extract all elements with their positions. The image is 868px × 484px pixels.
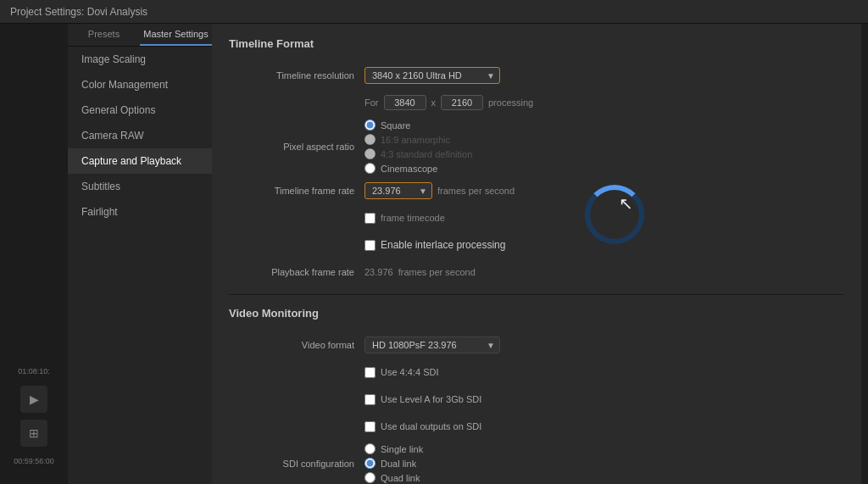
processing-label: processing	[488, 97, 533, 108]
video-monitoring-title: Video Monitoring	[229, 307, 844, 323]
checkbox-444-content: Use 4:4:4 SDI	[364, 367, 844, 378]
loading-spinner	[585, 185, 644, 244]
radio-single-link-input[interactable]	[364, 443, 376, 454]
frame-rate-dropdown-wrapper: 23.976 ▼	[364, 182, 432, 199]
timecode-bottom: 00:59:56:00	[14, 453, 54, 469]
pixel-aspect-radio-group: Square 16:9 anamorphic 4:3 standard defi…	[364, 120, 472, 174]
height-input[interactable]	[441, 95, 483, 110]
resolution-dropdown-wrapper: 3840 x 2160 Ultra HD ▼	[364, 67, 500, 84]
radio-square-input[interactable]	[364, 120, 376, 131]
tab-presets[interactable]: Presets	[68, 24, 140, 46]
radio-single-link: Single link	[364, 443, 423, 454]
video-format-label: Video format	[229, 340, 364, 350]
radio-43-input[interactable]	[364, 148, 376, 159]
checkbox-levela-row: Use Level A for 3Gb SDI	[229, 389, 844, 409]
sdi-config-content: Single link Dual link Quad link	[364, 443, 844, 483]
nav-color-management[interactable]: Color Management	[68, 72, 212, 97]
radio-169: 16:9 anamorphic	[364, 134, 472, 145]
frames-per-second-label: frames per second	[437, 186, 515, 196]
video-format-dropdown-wrapper: HD 1080PsF 23.976 ▼	[364, 337, 500, 353]
radio-quad-link-input[interactable]	[364, 472, 376, 483]
playback-fps-label: frames per second	[398, 267, 476, 277]
scrollbar[interactable]	[861, 24, 868, 484]
video-format-row: Video format HD 1080PsF 23.976 ▼	[229, 335, 844, 355]
clip-icon[interactable]: ⊞	[20, 420, 47, 447]
resolution-label: Timeline resolution	[229, 70, 364, 81]
radio-dual-link-label: Dual link	[381, 459, 416, 469]
interlace-text: Enable interlace processing	[381, 239, 505, 251]
timecode-top: 01:08:10:	[18, 364, 50, 379]
radio-cinemascope: Cinemascope	[364, 163, 472, 174]
nav-capture-playback[interactable]: Capture and Playback	[68, 148, 212, 174]
width-input[interactable]	[384, 95, 426, 110]
playback-rate-label: Playback frame rate	[229, 267, 364, 277]
frame-rate-label: Timeline frame rate	[229, 186, 364, 196]
pixel-aspect-row: Pixel aspect ratio Square 16:9 anamorphi…	[229, 120, 844, 174]
pixel-aspect-label: Pixel aspect ratio	[229, 142, 364, 152]
playback-rate-value: 23.976	[364, 267, 393, 277]
resolution-dropdown[interactable]: 3840 x 2160 Ultra HD	[364, 67, 500, 84]
radio-dual-link-input[interactable]	[364, 458, 376, 469]
title-bar-text: Project Settings: Dovi Analysis	[10, 6, 147, 18]
video-format-content: HD 1080PsF 23.976 ▼	[364, 337, 844, 353]
radio-43-label: 4:3 standard definition	[381, 149, 472, 159]
sdi-config-row: SDI configuration Single link Dual link	[229, 443, 844, 483]
frame-timecode-checkbox[interactable]	[364, 213, 376, 224]
nav-fairlight[interactable]: Fairlight	[68, 199, 212, 225]
nav-items-list: Image Scaling Color Management General O…	[68, 47, 212, 484]
frame-rate-dropdown[interactable]: 23.976	[364, 182, 432, 199]
radio-dual-link: Dual link	[364, 458, 423, 469]
radio-169-input[interactable]	[364, 134, 376, 145]
check-444-text: Use 4:4:4 SDI	[381, 367, 438, 377]
pixel-aspect-content: Square 16:9 anamorphic 4:3 standard defi…	[364, 120, 844, 174]
playback-rate-content: 23.976 frames per second	[364, 267, 844, 277]
video-monitoring-section: Video Monitoring Video format HD 1080PsF…	[229, 307, 844, 484]
title-bar: Project Settings: Dovi Analysis	[0, 0, 868, 24]
check-dual: Use dual outputs on SDI	[364, 421, 481, 432]
for-row: For x processing	[229, 92, 844, 113]
for-content: For x processing	[364, 95, 844, 110]
sdi-config-label: SDI configuration	[229, 459, 364, 469]
checkbox-444-row: Use 4:4:4 SDI	[229, 362, 844, 382]
radio-quad-link: Quad link	[364, 472, 423, 483]
timeline-format-section: Timeline Format Timeline resolution 3840…	[229, 37, 844, 282]
nav-subtitles[interactable]: Subtitles	[68, 174, 212, 199]
interlace-checkbox[interactable]	[364, 240, 376, 251]
nav-camera-raw[interactable]: Camera RAW	[68, 123, 212, 148]
timecode-row: frame timecode	[229, 208, 844, 228]
interlace-row: Enable interlace processing	[229, 235, 844, 255]
nav-panel: Presets Master Settings Image Scaling Co…	[68, 24, 212, 484]
check-dual-input[interactable]	[364, 421, 376, 432]
tab-master-settings[interactable]: Master Settings	[140, 24, 212, 46]
sdi-radio-group: Single link Dual link Quad link	[364, 443, 423, 483]
resolution-row: Timeline resolution 3840 x 2160 Ultra HD…	[229, 65, 844, 86]
check-444: Use 4:4:4 SDI	[364, 367, 438, 378]
frame-timecode-label: frame timecode	[381, 213, 445, 223]
nav-image-scaling[interactable]: Image Scaling	[68, 47, 212, 72]
nav-general-options[interactable]: General Options	[68, 97, 212, 123]
frame-rate-row: Timeline frame rate 23.976 ▼ frames per …	[229, 181, 844, 201]
radio-cinemascope-input[interactable]	[364, 163, 376, 174]
check-levela-text: Use Level A for 3Gb SDI	[381, 394, 481, 404]
for-text: For	[364, 97, 379, 108]
media-icon[interactable]: ▶	[20, 386, 47, 413]
checkbox-dual-row: Use dual outputs on SDI	[229, 416, 844, 437]
left-sidebar: 01:08:10: ▶ ⊞ 00:59:56:00	[0, 24, 68, 484]
check-444-input[interactable]	[364, 367, 376, 378]
timeline-format-title: Timeline Format	[229, 37, 844, 53]
resolution-content: 3840 x 2160 Ultra HD ▼	[364, 67, 844, 84]
video-format-dropdown[interactable]: HD 1080PsF 23.976	[364, 337, 500, 353]
check-levela-input[interactable]	[364, 394, 376, 405]
content-area: ↖ Timeline Format Timeline resolution 38…	[212, 24, 861, 484]
radio-43: 4:3 standard definition	[364, 148, 472, 159]
check-levela: Use Level A for 3Gb SDI	[364, 394, 481, 405]
radio-cinemascope-label: Cinemascope	[381, 164, 437, 174]
radio-single-link-label: Single link	[381, 444, 423, 454]
radio-169-label: 16:9 anamorphic	[381, 135, 450, 145]
panel-tabs: Presets Master Settings	[68, 24, 212, 47]
radio-square-label: Square	[381, 120, 410, 131]
check-dual-text: Use dual outputs on SDI	[381, 421, 481, 431]
radio-square: Square	[364, 120, 472, 131]
playback-rate-row: Playback frame rate 23.976 frames per se…	[229, 262, 844, 282]
radio-quad-link-label: Quad link	[381, 473, 420, 483]
